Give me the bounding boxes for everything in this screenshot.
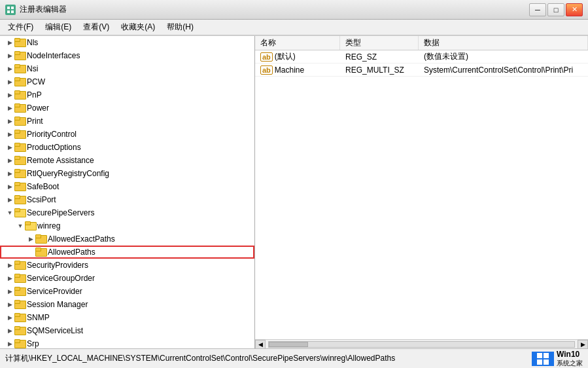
expand-arrow[interactable]: ▼ [16, 221, 25, 230]
svg-rect-2 [7, 10, 10, 13]
expand-arrow[interactable]: ▶ [5, 195, 14, 204]
menu-item-查看V[interactable]: 查看(V) [78, 20, 114, 34]
expand-arrow[interactable]: ▶ [5, 326, 14, 335]
tree-item[interactable]: ▶Nls [0, 36, 254, 49]
folder-icon [14, 64, 25, 73]
tree-item-label: PnP [27, 90, 42, 100]
maximize-button[interactable]: □ [547, 3, 564, 16]
tree-item[interactable]: ▶ProductOptions [0, 141, 254, 154]
expand-arrow[interactable]: ▶ [5, 156, 14, 165]
expand-arrow[interactable]: ▶ [5, 300, 14, 309]
expand-arrow[interactable]: ▶ [5, 64, 14, 73]
tree-item[interactable]: ▶Srp [0, 337, 254, 348]
tree-item[interactable]: ▶PriorityControl [0, 128, 254, 141]
win10-logo [532, 352, 554, 366]
tree-item[interactable]: ▶SafeBoot [0, 180, 254, 193]
win10-line1: Win10 [557, 350, 583, 359]
expand-arrow[interactable]: ▶ [5, 143, 14, 152]
hscroll-track[interactable] [268, 341, 575, 348]
folder-icon [14, 195, 25, 204]
expand-arrow[interactable]: ▶ [5, 90, 14, 100]
hscroll-left-btn[interactable]: ◀ [255, 340, 266, 349]
tree-item-label: SecurityProviders [27, 261, 88, 270]
expand-arrow[interactable]: ▼ [5, 208, 14, 217]
folder-icon [14, 261, 25, 270]
tree-item-label: NodeInterfaces [27, 51, 80, 60]
app-icon [5, 5, 16, 15]
expand-arrow[interactable]: ▶ [5, 38, 14, 47]
expand-arrow[interactable]: ▶ [5, 261, 14, 270]
tree-item[interactable]: ▶Session Manager [0, 298, 254, 311]
tree-item-label: Print [27, 117, 43, 126]
expand-arrow[interactable]: ▶ [5, 130, 14, 139]
tree-item[interactable]: ▶SQMServiceList [0, 324, 254, 337]
tree-item[interactable]: ▶Power [0, 101, 254, 115]
expand-arrow[interactable]: ▶ [5, 117, 14, 126]
folder-icon [14, 300, 25, 309]
hscroll-thumb[interactable] [269, 342, 308, 347]
expand-arrow[interactable]: ▶ [5, 77, 14, 86]
tree-item[interactable]: ▶Nsi [0, 62, 254, 75]
tree-item[interactable]: ▼SecurePipeServers [0, 206, 254, 219]
tree-item-label: SQMServiceList [27, 326, 83, 335]
tree-item-label: ScsiPort [27, 195, 56, 204]
tree-item-label: SecurePipeServers [27, 208, 94, 217]
window-controls: ─ □ ✕ [529, 3, 583, 16]
tree-item[interactable]: ▶PCW [0, 75, 254, 88]
expand-arrow[interactable]: ▶ [5, 51, 14, 60]
tree-item[interactable]: ▼winreg [0, 219, 254, 232]
tree-item[interactable]: ▶ScsiPort [0, 193, 254, 206]
expand-arrow[interactable]: ▶ [5, 287, 14, 296]
tree-item-label: RtlQueryRegistryConfig [27, 169, 109, 178]
tree-item-label: AllowedPaths [48, 248, 95, 257]
tree-item[interactable]: ▶NodeInterfaces [0, 49, 254, 62]
menu-item-编辑E[interactable]: 编辑(E) [40, 20, 77, 34]
folder-icon [14, 208, 25, 217]
status-bar-right: Win10 系统之家 [532, 350, 583, 366]
folder-icon [14, 287, 25, 296]
tree-item-label: Srp [27, 339, 39, 348]
tree-item[interactable]: ▶RtlQueryRegistryConfig [0, 167, 254, 180]
tree-item[interactable]: ▶Remote Assistance [0, 154, 254, 167]
expand-arrow[interactable]: ▶ [5, 274, 14, 283]
tree-scroll[interactable]: ▶Nls▶NodeInterfaces▶Nsi▶PCW▶PnP▶Power▶Pr… [0, 36, 254, 348]
tree-item-label: PCW [27, 77, 45, 86]
expand-arrow[interactable]: ▶ [5, 339, 14, 348]
expand-arrow[interactable]: ▶ [5, 313, 14, 322]
folder-icon [14, 326, 25, 335]
title-bar: 注册表编辑器 ─ □ ✕ [0, 0, 588, 20]
menu-item-文件F[interactable]: 文件(F) [3, 20, 39, 34]
menu-item-收藏夹A[interactable]: 收藏夹(A) [116, 20, 160, 34]
tree-item-label: SafeBoot [27, 182, 59, 191]
detail-row[interactable]: ab(默认)REG_SZ(数值未设置) [255, 50, 588, 64]
menu-bar: 文件(F)编辑(E)查看(V)收藏夹(A)帮助(H) [0, 20, 588, 35]
tree-item[interactable]: ▶SecurityProviders [0, 259, 254, 272]
svg-rect-0 [7, 7, 10, 9]
folder-icon [14, 51, 25, 60]
expand-arrow[interactable] [26, 248, 35, 257]
close-button[interactable]: ✕ [566, 3, 583, 16]
expand-arrow[interactable]: ▶ [5, 103, 14, 113]
reg-value-icon: ab [260, 65, 273, 75]
hscroll-right-btn[interactable]: ▶ [578, 340, 588, 349]
expand-arrow[interactable]: ▶ [26, 234, 35, 244]
tree-item[interactable]: ▶SNMP [0, 311, 254, 324]
tree-item[interactable]: AllowedPaths [0, 246, 254, 259]
tree-item-label: Remote Assistance [27, 156, 94, 165]
minimize-button[interactable]: ─ [529, 3, 546, 16]
expand-arrow[interactable]: ▶ [5, 169, 14, 178]
tree-item-label: Power [27, 103, 49, 113]
detail-row[interactable]: abMachineREG_MULTI_SZSystem\CurrentContr… [255, 64, 588, 77]
tree-item[interactable]: ▶AllowedExactPaths [0, 232, 254, 246]
horizontal-scrollbar[interactable]: ◀ ▶ [255, 339, 588, 348]
folder-icon [14, 90, 25, 100]
tree-item[interactable]: ▶PnP [0, 88, 254, 101]
expand-arrow[interactable]: ▶ [5, 182, 14, 191]
col-name: 名称 [255, 36, 340, 50]
tree-item-label: ServiceProvider [27, 287, 82, 296]
tree-item[interactable]: ▶ServiceProvider [0, 285, 254, 298]
folder-icon [14, 274, 25, 283]
menu-item-帮助H[interactable]: 帮助(H) [162, 20, 199, 34]
tree-item[interactable]: ▶ServiceGroupOrder [0, 272, 254, 285]
tree-item[interactable]: ▶Print [0, 115, 254, 128]
